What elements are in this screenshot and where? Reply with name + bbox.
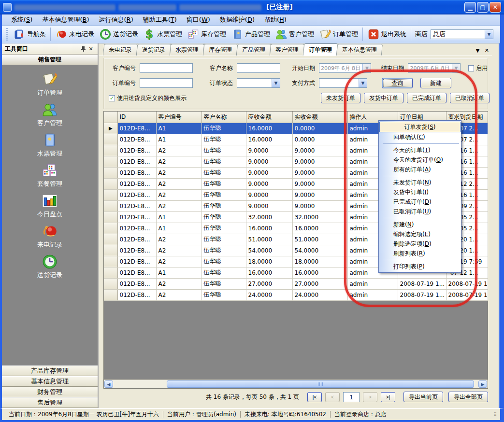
tab-送货记录[interactable]: 送货记录 <box>136 44 172 56</box>
chevron-down-icon[interactable]: ▼ <box>272 79 280 87</box>
cell-id[interactable]: 012D-E8... <box>117 156 156 167</box>
cell-receivable[interactable]: 18.0000 <box>246 256 292 267</box>
cell-id[interactable]: 012D-E8... <box>117 178 156 189</box>
cell-customer-no[interactable]: A1 <box>156 211 202 223</box>
resize-grip[interactable]: ⠿ <box>493 412 497 417</box>
context-menu-item[interactable]: 回单确认(C) <box>379 132 461 142</box>
cell-customer-no[interactable]: A2 <box>156 156 202 167</box>
last-page-button[interactable]: >| <box>381 392 395 402</box>
tab-订单管理[interactable]: 订单管理 <box>303 43 338 56</box>
sidebar-item-delivery-record[interactable]: 送货记录 <box>37 253 62 280</box>
cell-customer-no[interactable]: A2 <box>156 167 202 178</box>
cell-receivable[interactable]: 9.0000 <box>246 145 292 156</box>
cell-customer-name[interactable]: 伍华聪 <box>202 223 246 234</box>
cell-customer-name[interactable]: 伍华聪 <box>202 167 246 178</box>
cell-received[interactable]: 16.0000 <box>292 223 347 234</box>
chevron-down-icon[interactable]: ▼ <box>362 64 371 72</box>
cell-customer-name[interactable]: 伍华聪 <box>202 234 246 245</box>
context-menu-item[interactable]: 新建(N) <box>379 220 461 229</box>
cell-receivable[interactable]: 9.0000 <box>246 156 292 167</box>
tab-水票管理[interactable]: 水票管理 <box>170 44 205 56</box>
cell-customer-no[interactable]: A2 <box>156 200 202 211</box>
minimize-button[interactable]: ▁ <box>464 2 476 13</box>
context-menu-item[interactable]: 编辑选定项(E) <box>379 229 461 239</box>
menubar-item[interactable]: 数据维护(D) <box>216 14 259 25</box>
cell-receivable[interactable]: 16.0000 <box>246 223 292 234</box>
customer-no-input[interactable] <box>140 63 193 73</box>
cell-receivable[interactable]: 9.0000 <box>246 189 292 200</box>
scroll-right-icon[interactable]: ▶ <box>478 380 487 388</box>
customer-name-input[interactable] <box>237 63 280 73</box>
row-selector[interactable] <box>104 167 117 178</box>
order-status-select[interactable]: ▼ <box>237 78 280 88</box>
first-page-button[interactable]: |< <box>307 392 322 402</box>
cell-receivable[interactable]: 9.0000 <box>246 178 292 189</box>
sidebar-group-after-sale[interactable]: 售后管理 <box>2 397 98 408</box>
cell-customer-name[interactable]: 伍华聪 <box>202 178 246 189</box>
toolbar-product-button[interactable]: 产品管理 <box>229 27 273 42</box>
prev-page-button[interactable]: < <box>325 392 340 402</box>
cell-id[interactable]: 012D-E8... <box>117 223 156 234</box>
cell-operator[interactable]: admin <box>347 278 398 289</box>
cell-customer-name[interactable]: 伍华聪 <box>202 245 246 256</box>
sidebar-item-order-mgmt[interactable]: 订单管理 <box>37 71 62 97</box>
col-received[interactable]: 实收金额 <box>292 112 347 123</box>
scrollbar-thumb[interactable] <box>167 380 474 388</box>
cell-id[interactable]: 012D-E8... <box>117 211 156 223</box>
toolbar-water-ticket-button[interactable]: $ 水票管理 <box>141 27 185 42</box>
sidebar-group-sales[interactable]: 销售管理 <box>2 55 98 65</box>
query-button[interactable]: 查询 <box>382 78 413 88</box>
chevron-down-icon[interactable]: ▼ <box>485 30 493 39</box>
table-row[interactable]: 012D-E8...A2伍华聪27.000027.0000admin2008-0… <box>104 278 488 289</box>
cell-receivable[interactable]: 9.0000 <box>246 200 292 211</box>
cell-customer-name[interactable]: 伍华聪 <box>202 211 246 223</box>
row-selector[interactable]: ▶ <box>104 123 117 134</box>
context-menu-item[interactable]: 发货中订单(I) <box>379 187 461 197</box>
cell-received[interactable]: 51.0000 <box>292 234 347 245</box>
cell-customer-no[interactable]: A1 <box>156 223 202 234</box>
cell-received[interactable]: 0.0000 <box>292 123 347 134</box>
cell-receivable[interactable]: 24.0000 <box>246 289 292 300</box>
close-icon[interactable]: ✕ <box>87 45 95 53</box>
col-customer-no[interactable]: 客户编号 <box>156 112 202 123</box>
cell-customer-name[interactable]: 伍华聪 <box>202 267 246 278</box>
chevron-down-icon[interactable]: ▼ <box>452 64 460 72</box>
cell-customer-name[interactable]: 伍华聪 <box>202 289 246 300</box>
context-menu-item[interactable]: 已完成订单(D) <box>379 197 461 207</box>
cell-receivable[interactable]: 16.0000 <box>246 267 292 278</box>
cell-id[interactable]: 012D-E8... <box>117 200 156 211</box>
cell-id[interactable]: 012D-E8... <box>117 256 156 267</box>
cell-id[interactable]: 012D-E8... <box>117 267 156 278</box>
order-no-input[interactable] <box>140 78 193 88</box>
cell-received[interactable]: 54.0000 <box>292 245 347 256</box>
toolbar-order-button[interactable]: 订单管理 <box>317 27 360 42</box>
cell-id[interactable]: 012D-E8... <box>117 134 156 145</box>
row-selector[interactable] <box>104 256 117 267</box>
row-selector[interactable] <box>104 134 117 145</box>
row-selector[interactable] <box>104 245 117 256</box>
cell-customer-no[interactable]: A2 <box>156 278 202 289</box>
cell-id[interactable]: 012D-E8... <box>117 189 156 200</box>
cell-req-date[interactable]: 2008-07-19 1... <box>446 289 488 300</box>
cell-customer-no[interactable]: A1 <box>156 123 202 134</box>
row-selector[interactable] <box>104 178 117 189</box>
row-selector[interactable] <box>104 189 117 200</box>
cell-customer-no[interactable]: A2 <box>156 289 202 300</box>
context-menu-item[interactable]: 今天的订单(T) <box>379 145 461 155</box>
cell-customer-no[interactable]: A2 <box>156 234 202 245</box>
cell-req-date[interactable]: 2008-07-19 1... <box>446 278 488 289</box>
close-button[interactable]: ✕ <box>490 2 501 13</box>
cell-customer-name[interactable]: 伍华聪 <box>202 189 246 200</box>
scrollbar-track[interactable] <box>114 380 478 388</box>
cell-customer-name[interactable]: 伍华聪 <box>202 200 246 211</box>
col-receivable[interactable]: 应收金额 <box>246 112 292 123</box>
cell-order-date[interactable]: 2008-07-19 1... <box>398 289 446 300</box>
cell-customer-name[interactable]: 伍华聪 <box>202 256 246 267</box>
cell-receivable[interactable]: 16.0000 <box>246 123 292 134</box>
row-selector[interactable] <box>104 211 117 223</box>
cell-receivable[interactable]: 9.0000 <box>246 167 292 178</box>
tab-close-icon[interactable]: ✕ <box>485 47 489 54</box>
sidebar-item-package-mgmt[interactable]: 套餐管理 <box>37 162 62 188</box>
sidebar-group-product-inventory[interactable]: 产品库存管理 <box>2 366 98 376</box>
cell-receivable[interactable]: 51.0000 <box>246 234 292 245</box>
